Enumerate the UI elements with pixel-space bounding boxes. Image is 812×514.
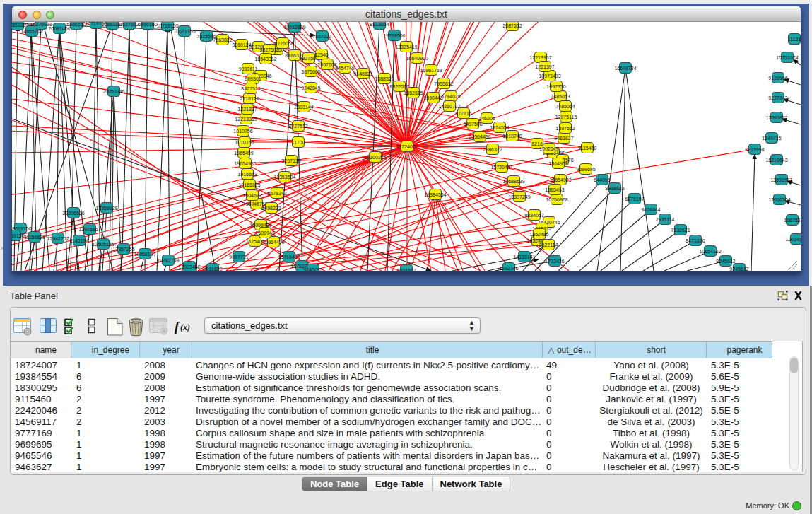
svg-text:989361: 989361 <box>245 76 261 81</box>
svg-text:7485063: 7485063 <box>551 94 570 99</box>
svg-text:16210643: 16210643 <box>765 158 787 163</box>
svg-text:19218506: 19218506 <box>383 33 405 38</box>
svg-text:644095: 644095 <box>594 177 610 182</box>
svg-text:12942757: 12942757 <box>47 236 69 241</box>
svg-text:8454749: 8454749 <box>335 66 354 71</box>
svg-text:10654122: 10654122 <box>699 249 721 254</box>
svg-text:8813054: 8813054 <box>370 22 389 27</box>
svg-text:8678342: 8678342 <box>267 191 286 196</box>
svg-text:1824554: 1824554 <box>490 125 509 130</box>
svg-text:20206526: 20206526 <box>62 211 84 216</box>
svg-text:1588520: 1588520 <box>375 76 394 81</box>
svg-text:19384554: 19384554 <box>424 192 446 197</box>
svg-text:10973493: 10973493 <box>539 74 560 78</box>
svg-text:18724007: 18724007 <box>396 144 418 149</box>
svg-text:11353594: 11353594 <box>274 175 296 180</box>
svg-text:16961758: 16961758 <box>420 68 442 73</box>
svg-text:9463627: 9463627 <box>554 136 573 141</box>
svg-text:16914479: 16914479 <box>262 240 284 245</box>
svg-text:6990443: 6990443 <box>423 95 442 100</box>
svg-text:12546: 12546 <box>314 52 329 57</box>
svg-text:1145194: 1145194 <box>70 238 89 243</box>
svg-text:12213369: 12213369 <box>235 117 257 122</box>
svg-text:9857791: 9857791 <box>229 255 248 259</box>
svg-text:16640910: 16640910 <box>406 56 428 61</box>
svg-text:1244415: 1244415 <box>762 136 781 141</box>
svg-text:13654923: 13654923 <box>549 177 571 182</box>
svg-text:12213967: 12213967 <box>529 55 551 60</box>
svg-text:1604677: 1604677 <box>242 193 261 198</box>
svg-text:11156828: 11156828 <box>24 235 45 240</box>
svg-text:9474444: 9474444 <box>641 207 660 212</box>
svg-text:6497508: 6497508 <box>463 122 482 127</box>
svg-text:7955812: 7955812 <box>434 81 453 86</box>
svg-text:10719155: 10719155 <box>156 23 178 28</box>
svg-text:116753: 116753 <box>784 218 801 223</box>
svg-text:17357255: 17357255 <box>112 247 134 252</box>
svg-text:11121: 11121 <box>788 37 801 42</box>
svg-text:10671355: 10671355 <box>173 29 195 34</box>
svg-text:3875685: 3875685 <box>301 69 320 74</box>
svg-text:4498222: 4498222 <box>261 206 281 211</box>
svg-text:17016504: 17016504 <box>768 197 790 202</box>
svg-text:9893611: 9893611 <box>239 66 258 71</box>
svg-text:8938923: 8938923 <box>605 186 624 191</box>
svg-text:9129966: 9129966 <box>768 76 787 81</box>
svg-text:16648784: 16648784 <box>614 66 636 71</box>
svg-text:2087652: 2087652 <box>502 23 522 28</box>
svg-text:13975115: 13975115 <box>555 115 577 119</box>
svg-text:746206: 746206 <box>478 116 495 121</box>
svg-text:9245612: 9245612 <box>716 259 735 264</box>
svg-text:8215958: 8215958 <box>745 147 764 152</box>
svg-text:8427513: 8427513 <box>241 86 260 91</box>
svg-text:1362615: 1362615 <box>404 90 423 95</box>
svg-text:11700: 11700 <box>292 140 305 145</box>
svg-text:15716485: 15716485 <box>278 255 300 259</box>
svg-text:1010756: 1010756 <box>233 129 252 134</box>
svg-text:7632621: 7632621 <box>671 228 690 233</box>
svg-text:20053346: 20053346 <box>102 89 124 94</box>
svg-text:15751074: 15751074 <box>776 55 798 60</box>
svg-text:20691406: 20691406 <box>48 26 70 31</box>
svg-text:1397512: 1397512 <box>555 126 575 131</box>
svg-text:15720407: 15720407 <box>490 165 512 170</box>
svg-text:1365493: 1365493 <box>545 187 564 192</box>
svg-text:1916683: 1916683 <box>237 172 257 177</box>
svg-text:7857224: 7857224 <box>312 34 331 39</box>
svg-text:f: f <box>175 319 180 334</box>
svg-text:10033809: 10033809 <box>283 25 305 30</box>
svg-text:7515546: 7515546 <box>196 34 216 39</box>
svg-text:977716: 977716 <box>455 111 471 116</box>
svg-text:1010748: 1010748 <box>502 134 522 139</box>
svg-text:1010755: 1010755 <box>235 140 254 145</box>
svg-text:12923468: 12923468 <box>178 264 200 269</box>
svg-text:2522114: 2522114 <box>539 243 558 247</box>
svg-text:16543362: 16543362 <box>254 57 276 62</box>
svg-text:13975867: 13975867 <box>78 227 100 232</box>
svg-text:2986322: 2986322 <box>483 147 502 152</box>
svg-text:9146821: 9146821 <box>353 71 372 76</box>
svg-text:12034554: 12034554 <box>785 237 801 242</box>
svg-text:1952486: 1952486 <box>529 232 548 237</box>
svg-text:1221397: 1221397 <box>535 64 554 69</box>
svg-text:1965499: 1965499 <box>234 151 253 156</box>
svg-text:2718126: 2718126 <box>240 96 259 101</box>
svg-text:15226058: 15226058 <box>271 41 293 46</box>
svg-text:6794028: 6794028 <box>441 94 460 99</box>
svg-text:25300215: 25300215 <box>364 155 386 160</box>
svg-text:9227342: 9227342 <box>768 95 787 100</box>
svg-text:8322037: 8322037 <box>389 84 408 89</box>
svg-text:17359928: 17359928 <box>95 206 117 211</box>
svg-text:9115460: 9115460 <box>578 146 597 151</box>
svg-text:10958127: 10958127 <box>134 252 155 257</box>
svg-text:1097350: 1097350 <box>546 84 565 89</box>
svg-text:9827503: 9827503 <box>259 47 278 52</box>
svg-text:9699695: 9699695 <box>576 167 595 172</box>
svg-text:14136141: 14136141 <box>513 255 535 259</box>
svg-text:10756928: 10756928 <box>546 197 567 202</box>
svg-text:6466160: 6466160 <box>138 22 157 27</box>
svg-text:19166825: 19166825 <box>238 182 260 187</box>
svg-text:1221337: 1221337 <box>237 107 257 112</box>
svg-text:1292346: 1292346 <box>499 266 518 271</box>
svg-text:16099489: 16099489 <box>249 223 271 228</box>
